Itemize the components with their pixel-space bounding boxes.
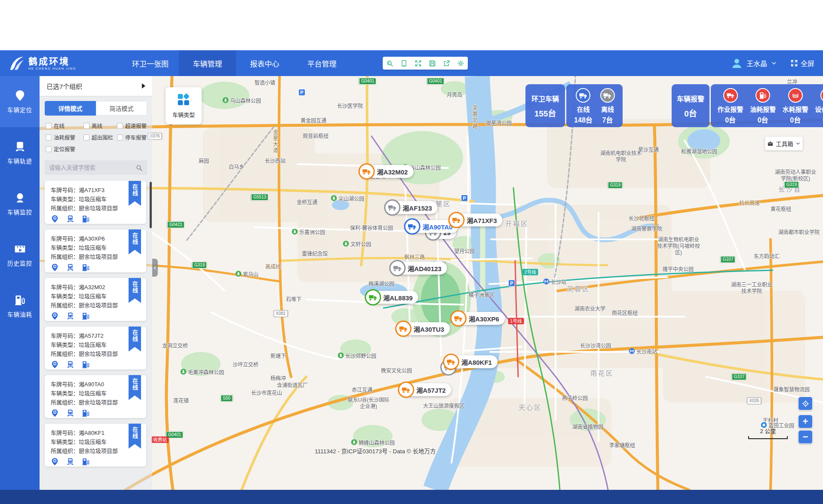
checkbox[interactable] bbox=[117, 134, 123, 141]
card-actions bbox=[51, 360, 140, 369]
map-vehicle-湘AL8839[interactable]: 湘AL8839 bbox=[367, 291, 418, 304]
truck-icon bbox=[404, 218, 421, 235]
checkbox[interactable] bbox=[46, 123, 52, 129]
locate-vehicle-icon[interactable] bbox=[51, 263, 59, 272]
zoom-out-button[interactable]: − bbox=[798, 430, 813, 444]
alarm-stats: 车辆报警 0台 作业报警 0台 油耗报警 0台 水耗报警 0台 设备报警 0台 bbox=[672, 84, 823, 127]
road-shield: G0401 bbox=[427, 78, 444, 85]
panel-collapse-button[interactable] bbox=[152, 259, 158, 277]
truck-icon bbox=[389, 260, 405, 276]
locate-vehicle-icon[interactable] bbox=[51, 360, 59, 369]
work-alarm-value: 0台 bbox=[725, 114, 736, 125]
filter-1[interactable]: 离线 bbox=[83, 120, 117, 131]
map-vehicle-湘A57JT2[interactable]: 湘A57JT2 bbox=[400, 383, 451, 396]
fleet-value: 155台 bbox=[534, 107, 556, 119]
filter-3[interactable]: 油耗报警 bbox=[46, 131, 83, 143]
map-vehicle-湘A80KF1[interactable]: 湘A80KF1 bbox=[445, 355, 497, 368]
share-icon[interactable] bbox=[441, 58, 452, 69]
map-vehicle-湘AF1523[interactable]: 湘AF1523 bbox=[386, 201, 437, 214]
track-vehicle-icon[interactable] bbox=[66, 458, 74, 466]
vehicle-card[interactable]: 车牌号码：湘A90TA0 车辆类型：垃圾压缩车 所属组织：厨余垃圾项目部 在线 bbox=[45, 375, 146, 418]
vehicle-card[interactable]: 车牌号码：湘A30XP6 车辆类型：垃圾压缩车 所属组织：厨余垃圾项目部 在线 bbox=[45, 229, 146, 272]
fuel-alarm-stat: 油耗报警 0台 bbox=[750, 88, 776, 127]
fullscreen-button[interactable]: 全屏 bbox=[790, 58, 814, 68]
locate-vehicle-icon[interactable] bbox=[51, 409, 59, 417]
toolbox-button[interactable]: 工具箱 bbox=[765, 137, 803, 150]
locate-vehicle-icon[interactable] bbox=[51, 215, 59, 223]
checkbox[interactable] bbox=[117, 123, 123, 129]
search-icon[interactable] bbox=[135, 164, 143, 171]
locate-vehicle-icon[interactable] bbox=[51, 312, 59, 320]
fuel-vehicle-icon[interactable] bbox=[82, 360, 90, 369]
mode-tab-0[interactable]: 详情模式 bbox=[45, 101, 96, 116]
fleet-total-card: 环卫车辆 155台 bbox=[525, 84, 565, 127]
plate-row: 车牌号码：湘A32M02 bbox=[51, 283, 140, 292]
vehicle-card[interactable]: 车牌号码：湘A32M02 车辆类型：垃圾压缩车 所属组织：厨余垃圾项目部 在线 bbox=[45, 278, 146, 321]
settings-icon[interactable] bbox=[455, 58, 467, 69]
zoom-in-button[interactable]: + bbox=[798, 415, 813, 428]
chevron-down-icon[interactable] bbox=[771, 60, 777, 66]
card-actions bbox=[51, 263, 140, 272]
org-selector[interactable]: 已选7个组织 bbox=[40, 76, 152, 96]
locate-button[interactable] bbox=[798, 397, 813, 410]
type-row: 车辆类型：垃圾压缩车 bbox=[51, 340, 140, 349]
vehicle-card[interactable]: 车牌号码：湘A71XF3 车辆类型：垃圾压缩车 所属组织：厨余垃圾项目部 在线 bbox=[45, 181, 146, 224]
nav-tab-2[interactable]: 报表中心 bbox=[236, 50, 293, 76]
map-vehicle-湘A32M02[interactable]: 湘A32M02 bbox=[361, 165, 414, 178]
avatar[interactable] bbox=[731, 58, 743, 69]
zoom-search-icon[interactable] bbox=[384, 58, 396, 69]
mode-tab-1[interactable]: 简洁模式 bbox=[96, 101, 147, 116]
sidebar-item-0[interactable]: 车辆定位 bbox=[0, 76, 40, 127]
checkbox[interactable] bbox=[46, 134, 52, 141]
checkbox[interactable] bbox=[83, 123, 89, 129]
map-container[interactable]: 智造小镇乌山森林公园长沙医学院黄金园互通月亮岛银星湾公园观音岩枢纽芙蓉北路金星大… bbox=[40, 76, 823, 490]
nav-tab-0[interactable]: 环卫一张图 bbox=[122, 50, 179, 76]
search-input[interactable] bbox=[49, 165, 135, 171]
filter-0[interactable]: 在线 bbox=[46, 120, 83, 131]
parking-icon: P bbox=[508, 280, 515, 287]
fuel-vehicle-icon[interactable] bbox=[82, 312, 90, 320]
locate-vehicle-icon[interactable] bbox=[51, 458, 59, 466]
fuel-vehicle-icon[interactable] bbox=[82, 458, 90, 466]
expand-icon[interactable] bbox=[413, 58, 424, 69]
grid-icon bbox=[177, 93, 190, 107]
fuel-vehicle-icon[interactable] bbox=[82, 215, 90, 223]
sidebar-item-4[interactable]: 车辆油耗 bbox=[0, 281, 40, 332]
filter-5[interactable]: 停车报警 bbox=[117, 131, 157, 143]
filter-label: 超速报警 bbox=[125, 122, 147, 130]
filter-6[interactable]: 定位报警 bbox=[46, 143, 83, 155]
fuel-vehicle-icon[interactable] bbox=[82, 263, 90, 272]
track-vehicle-icon[interactable] bbox=[66, 312, 74, 320]
track-vehicle-icon[interactable] bbox=[66, 409, 74, 417]
save-icon[interactable] bbox=[427, 58, 438, 69]
device-preview-icon[interactable] bbox=[399, 58, 410, 69]
sidebar-item-3[interactable]: 历史监控 bbox=[0, 229, 40, 281]
checkbox[interactable] bbox=[83, 134, 89, 141]
user-name[interactable]: 王水晶 bbox=[746, 58, 767, 68]
filter-4[interactable]: 超出围栏 bbox=[83, 131, 117, 143]
vehicle-card[interactable]: 车牌号码：湘A80KF1 车辆类型：垃圾压缩车 所属组织：厨余垃圾项目部 在线 bbox=[45, 424, 146, 467]
fuel-vehicle-icon[interactable] bbox=[82, 409, 90, 417]
map-vehicle-湘A30XP6[interactable]: 湘A30XP6 bbox=[452, 312, 505, 325]
track-vehicle-icon[interactable] bbox=[66, 215, 74, 223]
map-vehicle-湘AD40123[interactable]: 湘AD40123 bbox=[391, 262, 447, 275]
type-row: 车辆类型：垃圾压缩车 bbox=[51, 437, 140, 446]
nav-tab-3[interactable]: 平台管理 bbox=[293, 50, 350, 76]
truck-icon bbox=[398, 382, 414, 398]
map-vehicle-湘A71XF3[interactable]: 湘A71XF3 bbox=[450, 214, 502, 226]
map-vehicle-湘A30TU3[interactable]: 湘A30TU3 bbox=[397, 322, 450, 335]
vehicle-card[interactable]: 车牌号码：湘A57JT2 车辆类型：垃圾压缩车 所属组织：厨余垃圾项目部 在线 bbox=[45, 327, 146, 370]
road-shield: G107 bbox=[732, 373, 746, 380]
track-vehicle-icon[interactable] bbox=[66, 360, 74, 369]
vehicle-type-button[interactable]: 车辆类型 bbox=[166, 87, 202, 124]
truck-icon bbox=[443, 354, 459, 370]
list-scrollbar[interactable] bbox=[150, 182, 152, 228]
checkbox[interactable] bbox=[46, 146, 52, 152]
video-icon bbox=[14, 243, 26, 255]
sidebar-item-1[interactable]: 车辆轨迹 bbox=[0, 127, 40, 178]
filter-checkboxes: 在线 离线 超速报警 油耗报警 超出围栏 停车报警 定位报警 bbox=[40, 120, 152, 155]
sidebar-item-2[interactable]: 车辆监控 bbox=[0, 178, 40, 229]
filter-2[interactable]: 超速报警 bbox=[117, 120, 157, 131]
nav-tab-1[interactable]: 车辆管理 bbox=[179, 50, 236, 76]
track-vehicle-icon[interactable] bbox=[66, 263, 74, 272]
